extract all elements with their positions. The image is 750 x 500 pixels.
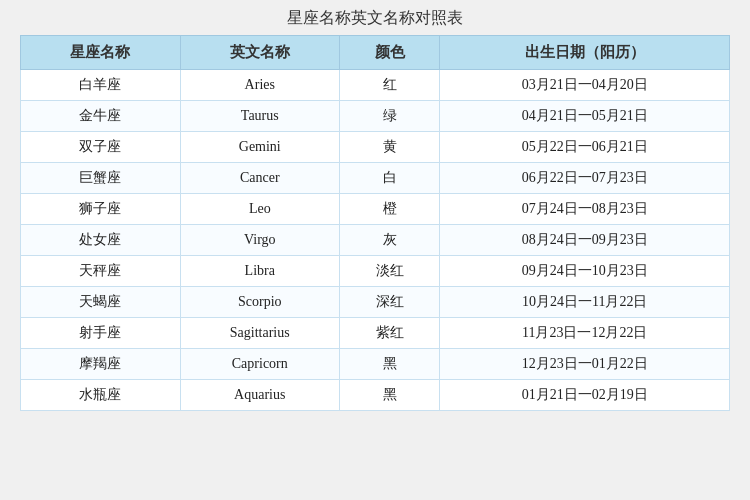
cell-zh: 金牛座 bbox=[21, 101, 181, 132]
table-row: 摩羯座Capricorn黑12月23日一01月22日 bbox=[21, 349, 730, 380]
cell-en: Scorpio bbox=[180, 287, 340, 318]
cell-zh: 天蝎座 bbox=[21, 287, 181, 318]
cell-en: Gemini bbox=[180, 132, 340, 163]
cell-date: 10月24日一11月22日 bbox=[440, 287, 730, 318]
table-row: 天蝎座Scorpio深红10月24日一11月22日 bbox=[21, 287, 730, 318]
cell-en: Taurus bbox=[180, 101, 340, 132]
cell-zh: 天秤座 bbox=[21, 256, 181, 287]
cell-zh: 巨蟹座 bbox=[21, 163, 181, 194]
cell-color: 橙 bbox=[340, 194, 440, 225]
col-header-zh: 星座名称 bbox=[21, 36, 181, 70]
col-header-color: 颜色 bbox=[340, 36, 440, 70]
table-row: 金牛座Taurus绿04月21日一05月21日 bbox=[21, 101, 730, 132]
cell-date: 11月23日一12月22日 bbox=[440, 318, 730, 349]
cell-date: 08月24日一09月23日 bbox=[440, 225, 730, 256]
cell-color: 绿 bbox=[340, 101, 440, 132]
cell-en: Virgo bbox=[180, 225, 340, 256]
table-row: 天秤座Libra淡红09月24日一10月23日 bbox=[21, 256, 730, 287]
page-title: 星座名称英文名称对照表 bbox=[287, 8, 463, 29]
cell-date: 09月24日一10月23日 bbox=[440, 256, 730, 287]
table-row: 巨蟹座Cancer白06月22日一07月23日 bbox=[21, 163, 730, 194]
cell-zh: 水瓶座 bbox=[21, 380, 181, 411]
table-row: 狮子座Leo橙07月24日一08月23日 bbox=[21, 194, 730, 225]
cell-en: Aries bbox=[180, 70, 340, 101]
table-row: 处女座Virgo灰08月24日一09月23日 bbox=[21, 225, 730, 256]
cell-color: 黑 bbox=[340, 349, 440, 380]
cell-zh: 双子座 bbox=[21, 132, 181, 163]
cell-zh: 处女座 bbox=[21, 225, 181, 256]
cell-en: Aquarius bbox=[180, 380, 340, 411]
cell-date: 01月21日一02月19日 bbox=[440, 380, 730, 411]
cell-date: 12月23日一01月22日 bbox=[440, 349, 730, 380]
cell-color: 白 bbox=[340, 163, 440, 194]
cell-zh: 摩羯座 bbox=[21, 349, 181, 380]
table-row: 射手座Sagittarius紫红11月23日一12月22日 bbox=[21, 318, 730, 349]
cell-color: 灰 bbox=[340, 225, 440, 256]
cell-zh: 白羊座 bbox=[21, 70, 181, 101]
cell-color: 黑 bbox=[340, 380, 440, 411]
cell-en: Libra bbox=[180, 256, 340, 287]
table-row: 白羊座Aries红03月21日一04月20日 bbox=[21, 70, 730, 101]
cell-date: 07月24日一08月23日 bbox=[440, 194, 730, 225]
cell-date: 04月21日一05月21日 bbox=[440, 101, 730, 132]
zodiac-table: 星座名称 英文名称 颜色 出生日期（阳历） 白羊座Aries红03月21日一04… bbox=[20, 35, 730, 411]
cell-color: 淡红 bbox=[340, 256, 440, 287]
cell-date: 05月22日一06月21日 bbox=[440, 132, 730, 163]
col-header-date: 出生日期（阳历） bbox=[440, 36, 730, 70]
cell-color: 紫红 bbox=[340, 318, 440, 349]
cell-color: 黄 bbox=[340, 132, 440, 163]
cell-en: Cancer bbox=[180, 163, 340, 194]
cell-date: 06月22日一07月23日 bbox=[440, 163, 730, 194]
cell-date: 03月21日一04月20日 bbox=[440, 70, 730, 101]
cell-en: Sagittarius bbox=[180, 318, 340, 349]
table-header-row: 星座名称 英文名称 颜色 出生日期（阳历） bbox=[21, 36, 730, 70]
table-row: 双子座Gemini黄05月22日一06月21日 bbox=[21, 132, 730, 163]
table-row: 水瓶座Aquarius黑01月21日一02月19日 bbox=[21, 380, 730, 411]
cell-color: 红 bbox=[340, 70, 440, 101]
cell-zh: 射手座 bbox=[21, 318, 181, 349]
cell-color: 深红 bbox=[340, 287, 440, 318]
cell-zh: 狮子座 bbox=[21, 194, 181, 225]
cell-en: Capricorn bbox=[180, 349, 340, 380]
cell-en: Leo bbox=[180, 194, 340, 225]
col-header-en: 英文名称 bbox=[180, 36, 340, 70]
